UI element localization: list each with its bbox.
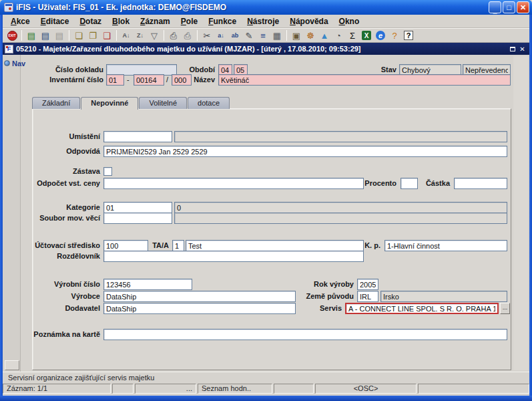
poznamka-field[interactable] [103, 329, 507, 340]
servis-field[interactable] [345, 303, 499, 314]
taa-field[interactable] [172, 240, 184, 251]
vyrobni-cislo-field[interactable] [103, 279, 192, 290]
menu-pole[interactable]: Pole [176, 15, 203, 27]
mdi-restore-button[interactable] [507, 45, 517, 53]
print-icon-button[interactable]: ⎙ [167, 29, 180, 42]
osc-indicator: <OSC> [315, 384, 417, 394]
minimize-button[interactable]: _ [489, 1, 501, 13]
rok-vyroby-field[interactable] [357, 279, 378, 290]
menu-okno[interactable]: Okno [334, 15, 365, 27]
cancel-query-icon-button[interactable]: ❑ [100, 29, 113, 42]
procento-field[interactable] [401, 178, 418, 189]
excel-icon-button[interactable]: X [360, 29, 373, 42]
sort-descending-icon: Z↓ [137, 31, 144, 40]
inventarni-cislo-part2-field[interactable] [134, 74, 164, 86]
castka-field[interactable] [454, 178, 507, 189]
dodavatel-field[interactable] [103, 303, 296, 314]
taa-desc-field[interactable] [186, 240, 364, 251]
hint-bar: Servisní organizace zajišťující servis m… [3, 372, 529, 383]
menu-napoveda[interactable]: Nápověda [284, 15, 333, 27]
uctovaci-stredisko-field[interactable] [103, 240, 148, 251]
inventarni-cislo-part1-field[interactable] [106, 74, 124, 86]
zastava-checkbox[interactable] [103, 167, 112, 176]
close-button[interactable]: ✕ [517, 1, 529, 13]
zeme-puvodu-label: Země původu [300, 291, 354, 302]
maximize-button[interactable]: □ [503, 1, 515, 13]
zeme-puvodu-code-field[interactable] [357, 291, 378, 302]
execute-query-icon-button[interactable]: ❐ [86, 29, 99, 42]
filter-icon-button[interactable]: ▽ [148, 29, 161, 42]
menu-bar: AkceEditaceDotazBlokZáznamPoleFunkceNást… [3, 15, 529, 28]
copy-record-icon-button[interactable]: ▤ [39, 29, 52, 42]
odpovida-field[interactable] [103, 146, 507, 157]
cancel-query-icon: ❑ [103, 31, 111, 40]
umisteni-label: Umístění [13, 131, 100, 142]
exit-icon-button[interactable]: EXIT [5, 29, 19, 42]
nav-globe-icon [4, 60, 10, 66]
help-icon-button[interactable]: ? [402, 29, 415, 42]
mdi-close-icon: ✕ [519, 45, 525, 53]
menu-funkce[interactable]: Funkce [203, 15, 242, 27]
image-icon: ▲ [320, 31, 329, 40]
sort-ascending-icon: A↓ [123, 31, 130, 40]
status-segment-7 [418, 384, 529, 394]
umisteni-desc-field [174, 131, 507, 142]
rozdelovnik-label: Rozdělovník [13, 251, 100, 262]
clear-record-icon-button[interactable]: ▤ [53, 29, 66, 42]
clock-icon-button[interactable]: ◔ [332, 29, 345, 42]
application-window: iFIS - Uživatel: FIS_01 - Ek. jednotka: … [0, 0, 532, 401]
duplicate-field-icon: ab [232, 31, 239, 40]
insert-record-icon-button[interactable]: ▤ [25, 29, 38, 42]
column-list-icon-button[interactable]: ▦ [270, 29, 284, 42]
print-icon: ⎙ [170, 31, 177, 40]
edit-field-icon-button[interactable]: ✎ [242, 29, 256, 42]
browser-icon-button[interactable]: e [374, 29, 387, 42]
clipboard-icon-button[interactable]: ▣ [290, 29, 303, 42]
cut-icon-button[interactable]: ✂ [200, 29, 214, 42]
sort-descending-icon-button[interactable]: Z↓ [134, 29, 147, 42]
mdi-close-button[interactable]: ✕ [517, 45, 527, 53]
tab-nepovinne[interactable]: Nepovinné [81, 97, 138, 110]
menu-nastroje[interactable]: Nástroje [242, 15, 284, 27]
help-icon: ? [404, 31, 413, 40]
tab-dotace[interactable]: dotace [188, 97, 230, 109]
window-frame-right [529, 15, 532, 401]
helm-icon-button[interactable]: ☸ [304, 29, 317, 42]
tab-strip: ZákladníNepovinnéVolitelnédotace [32, 97, 230, 109]
print-setup-icon: ⎙ [184, 31, 191, 40]
kp-field[interactable] [384, 240, 507, 251]
nazev-field[interactable] [218, 74, 511, 86]
soubor-field[interactable] [103, 213, 172, 224]
taa-label: TA/A [149, 240, 169, 251]
print-setup-icon-button[interactable]: ⎙ [181, 29, 194, 42]
umisteni-field[interactable] [103, 131, 172, 142]
menu-zaznam[interactable]: Záznam [135, 15, 176, 27]
menu-blok[interactable]: Blok [107, 15, 135, 27]
restore-icon [510, 47, 515, 51]
sum-icon: Σ [350, 31, 355, 40]
odpocet-field[interactable] [103, 178, 364, 189]
context-help-icon-button[interactable]: ? [388, 29, 401, 42]
sum-icon-button[interactable]: Σ [346, 29, 359, 42]
copy-field-icon-button[interactable]: a↓ [214, 29, 228, 42]
copy-field-icon: a↓ [218, 31, 224, 40]
right-margin-strip [513, 56, 528, 370]
list-icon-button[interactable]: ≡ [256, 29, 270, 42]
servis-lov-button[interactable]: ... [500, 303, 510, 314]
menu-editace[interactable]: Editace [35, 15, 75, 27]
tab-volitelne[interactable]: Volitelné [139, 97, 187, 109]
sort-ascending-icon-button[interactable]: A↓ [119, 29, 133, 42]
duplicate-field-icon-button[interactable]: ab [228, 29, 242, 42]
exit-icon: EXIT [7, 31, 17, 41]
rozdelovnik-field[interactable] [103, 251, 364, 262]
clock-icon: ◔ [336, 31, 341, 40]
enter-query-icon-button[interactable]: ❏ [72, 29, 85, 42]
tab-zakladni[interactable]: Základní [32, 97, 80, 109]
image-icon-button[interactable]: ▲ [318, 29, 331, 42]
kategorie-field[interactable] [103, 202, 172, 213]
status-segment-2 [112, 384, 134, 394]
mdi-window-title: 05210 - Majetek/Zařazení dlouhodobého ma… [16, 45, 507, 53]
menu-akce[interactable]: Akce [5, 15, 35, 27]
menu-dotaz[interactable]: Dotaz [74, 15, 107, 27]
vyrobce-field[interactable] [103, 291, 296, 302]
